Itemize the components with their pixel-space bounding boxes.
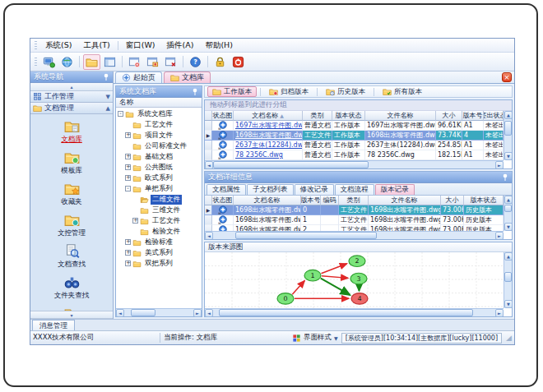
expand-icon[interactable]: + xyxy=(125,175,131,181)
scroll-down-icon[interactable]: ▼ xyxy=(504,223,512,231)
table-row[interactable]: w2637主体(12284).dwg普通文档工作版本2637主体(12284).… xyxy=(205,141,504,150)
toolbar-lock-button[interactable] xyxy=(211,54,229,70)
table-row[interactable]: w1697出水嘴零件图.dwg普通文档工作版本1697出水嘴零件图.dwg96.… xyxy=(205,121,504,131)
expand-icon[interactable]: + xyxy=(125,132,131,138)
table-row[interactable]: w1698出水嘴零件图.dwg1工艺文件1698出水嘴零件图.dwg73.00K… xyxy=(205,215,504,225)
sidebar-collapse-strip[interactable]: ▴ xyxy=(30,83,113,91)
toolbar-exit-button[interactable] xyxy=(230,54,247,70)
menu-help[interactable]: 帮助(H) xyxy=(199,39,239,52)
scroll-down-icon[interactable]: ▼ xyxy=(504,152,512,160)
sidebar-item-template-library[interactable]: 模板库 xyxy=(34,148,109,178)
sidebar-group-work-management[interactable]: 工作管理 ▼ xyxy=(30,91,113,103)
pin-icon[interactable] xyxy=(103,73,109,81)
tree-node[interactable]: +双把系列 xyxy=(116,258,202,269)
toolbar-window-close-button[interactable] xyxy=(162,54,179,70)
table-row[interactable]: ▶w1698出水嘴零件图.dwg工艺文件工作版本1698出水嘴零件图.dwg73… xyxy=(205,131,504,141)
chevron-down-icon[interactable]: ▼ xyxy=(106,94,110,100)
graph-hscrollbar[interactable]: ◄ ► xyxy=(205,308,504,316)
tree-node[interactable]: -系统文档库 xyxy=(116,108,202,119)
expand-icon[interactable]: + xyxy=(125,261,131,266)
toolbar-globe-button[interactable] xyxy=(58,54,76,70)
menu-tools[interactable]: 工具(T) xyxy=(77,39,115,52)
tree-node[interactable]: 检验文件 xyxy=(116,226,202,237)
scroll-left-icon[interactable]: ◄ xyxy=(116,309,124,317)
column-header[interactable]: 版本号 xyxy=(301,196,321,205)
scroll-down-icon[interactable]: ▼ xyxy=(504,300,513,308)
column-header[interactable]: 文件名称 xyxy=(369,196,441,205)
tab-start-page[interactable]: 起始页 xyxy=(115,71,162,83)
scroll-right-icon[interactable]: ► xyxy=(193,309,202,317)
expand-icon[interactable]: + xyxy=(132,218,138,224)
sidebar-group-doc-management[interactable]: 文档管理 ▲ xyxy=(30,103,113,114)
column-header[interactable]: 版本状态 xyxy=(464,196,504,205)
tab-doc-properties[interactable]: 文档属性 xyxy=(207,184,246,195)
all-version-button[interactable]: 所有版本 xyxy=(378,86,427,97)
tree-node[interactable]: 工艺文件 xyxy=(116,119,202,130)
tab-message-management[interactable]: 消息管理 xyxy=(32,320,75,330)
menu-plugins[interactable]: 插件(A) xyxy=(160,39,199,52)
sidebar-item-checked-out-docs[interactable]: 签出的文档 xyxy=(34,304,109,311)
column-header[interactable]: 文档名称 xyxy=(234,196,301,205)
work-version-button[interactable]: 工作版本 xyxy=(207,86,257,97)
tree-node[interactable]: -单把系列 xyxy=(116,183,202,194)
column-header[interactable]: 类别 xyxy=(339,196,369,205)
toolbar-folder-window-button[interactable] xyxy=(83,54,100,70)
column-header[interactable]: 版本号 xyxy=(462,111,484,121)
collapse-icon[interactable]: - xyxy=(118,111,123,117)
column-header[interactable]: 文件名称 xyxy=(365,111,436,121)
tree-node[interactable]: +项目文件 xyxy=(116,130,202,141)
close-view-button[interactable]: × xyxy=(502,72,512,82)
scroll-up-icon[interactable]: ▲ xyxy=(504,196,512,204)
column-header[interactable]: 大小 xyxy=(441,196,464,205)
sidebar-item-favorites[interactable]: 收藏夹 xyxy=(34,179,109,210)
scroll-left-icon[interactable]: ◄ xyxy=(205,232,213,240)
sidebar-expand-strip[interactable]: ▾ xyxy=(30,311,113,319)
toolbar-layout-button[interactable] xyxy=(101,54,118,70)
sidebar-item-doc-search[interactable]: 文档查找 xyxy=(34,242,109,272)
column-header[interactable]: 大小 xyxy=(436,111,462,121)
scroll-right-icon[interactable]: ► xyxy=(495,232,504,240)
scroll-left-icon[interactable]: ◄ xyxy=(205,161,213,169)
tree-node[interactable]: 二维文件 xyxy=(116,194,202,205)
column-header[interactable]: 编码 xyxy=(321,196,339,205)
version-table-vscrollbar[interactable]: ▲ ▼ xyxy=(504,111,512,160)
version-table-hscrollbar[interactable]: ◄ ► xyxy=(205,160,504,168)
tab-version-records[interactable]: 版本记录 xyxy=(375,184,415,195)
chevron-up-icon[interactable]: ▲ xyxy=(106,105,110,112)
toolbar-monitor-button[interactable] xyxy=(40,54,58,70)
menu-window[interactable]: 窗口(W) xyxy=(120,39,161,52)
sidebar-item-doc-library[interactable]: 文档库 xyxy=(34,117,109,147)
column-header[interactable]: 状态图 xyxy=(212,196,234,205)
tree-node[interactable]: +公共图纸 xyxy=(116,162,202,173)
tab-doc-flow[interactable]: 文档流程 xyxy=(335,184,374,195)
toolbar-help-button[interactable]: ? xyxy=(187,54,204,70)
column-header[interactable]: 版本状态 xyxy=(332,111,365,121)
column-header[interactable]: 签出状态 xyxy=(484,111,504,121)
resize-grip[interactable]: ◢ xyxy=(506,334,512,342)
tab-doc-library[interactable]: 文档库 xyxy=(164,71,211,83)
tree-node[interactable]: +美式系列 xyxy=(116,247,202,258)
table-row[interactable]: ▶w1698出水嘴零件图.dwg0工艺文件1698出水嘴零件图.dwg73.00… xyxy=(205,205,504,215)
toolbar-window-new-button[interactable] xyxy=(126,54,143,70)
column-header[interactable]: 状态图 xyxy=(212,111,234,121)
archive-version-button[interactable]: 归档版本 xyxy=(264,86,313,97)
sidebar-item-folder-search[interactable]: 文件夹查找 xyxy=(34,273,109,303)
tree-node[interactable]: +基础文档 xyxy=(116,151,202,162)
table-row[interactable]: w78 2356C.dwg普通文档工作版本78 2356C.dwg182.15K… xyxy=(205,150,504,160)
records-hscrollbar[interactable]: ◄ ► xyxy=(205,231,504,239)
expand-icon[interactable]: + xyxy=(125,154,131,159)
tab-modification-records[interactable]: 修改记录 xyxy=(295,184,334,195)
scroll-up-icon[interactable]: ▲ xyxy=(504,111,512,119)
tab-subdoc-list[interactable]: 子文档列表 xyxy=(247,184,294,195)
expand-icon[interactable]: + xyxy=(125,164,131,170)
collapse-icon[interactable]: - xyxy=(125,186,131,191)
version-source-graph[interactable]: 01234 xyxy=(205,252,504,308)
pin-icon[interactable] xyxy=(502,173,508,182)
menu-system[interactable]: 系统(S) xyxy=(39,39,77,52)
tree-hscrollbar[interactable]: ◄ ► xyxy=(116,308,202,316)
scroll-left-icon[interactable]: ◄ xyxy=(205,309,213,317)
expand-icon[interactable]: + xyxy=(125,239,131,245)
pin-icon[interactable] xyxy=(192,88,198,96)
column-header[interactable]: 类别 xyxy=(303,111,332,121)
tree-column-header[interactable]: 名称 xyxy=(116,98,202,108)
